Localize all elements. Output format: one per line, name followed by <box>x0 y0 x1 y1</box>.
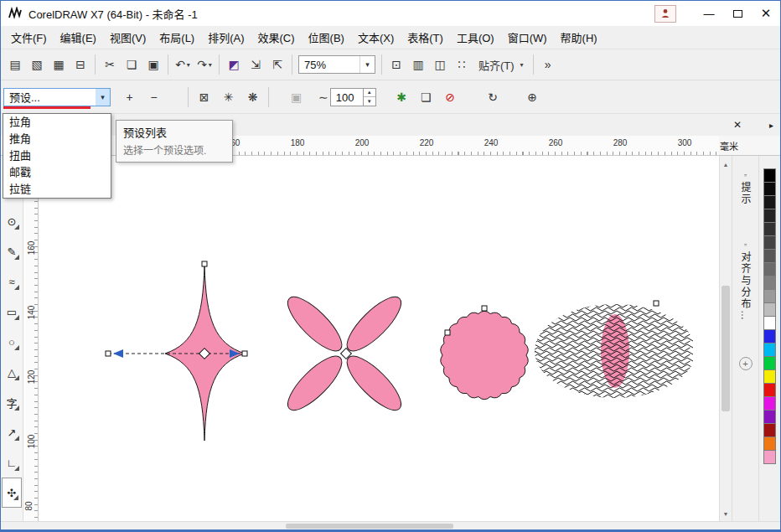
color-swatch-4[interactable] <box>763 222 776 236</box>
zipper-distortion-button[interactable]: ✳ <box>216 86 241 108</box>
menu-bitmaps[interactable]: 位图(B) <box>302 26 351 49</box>
open-button[interactable]: ▧ <box>26 54 48 75</box>
copy-distortion-properties-button[interactable]: ❏ <box>414 86 438 108</box>
handle-square[interactable] <box>202 261 207 266</box>
menu-layout[interactable]: 布局(L) <box>153 26 201 49</box>
color-swatch-2[interactable] <box>763 195 776 209</box>
menu-effects[interactable]: 效果(C) <box>251 26 302 49</box>
color-swatch-11[interactable] <box>763 316 776 330</box>
preset-option-1[interactable]: 推角 <box>3 131 111 147</box>
color-swatch-6[interactable] <box>763 249 776 263</box>
redo-button[interactable]: ↷▾ <box>194 54 215 75</box>
cut-button[interactable]: ✂ <box>99 54 121 75</box>
amplitude-value-spinner[interactable]: 100▲▼ <box>330 88 376 106</box>
freehand-tool[interactable]: ✎ <box>2 236 22 266</box>
show-guidelines-button[interactable]: ◫ <box>429 54 451 75</box>
push-pull-distortion-button[interactable]: ⊠ <box>192 86 216 108</box>
center-distortion-rotate-button[interactable]: ↻ <box>481 86 505 108</box>
distortion-arrow-icon[interactable] <box>113 349 123 358</box>
print-button[interactable]: ⊟ <box>70 54 91 75</box>
maximize-button[interactable] <box>723 1 752 26</box>
close-button[interactable]: ✕ <box>752 1 780 26</box>
convert-to-curves-button[interactable]: ⊕ <box>520 86 545 108</box>
color-swatch-5[interactable] <box>763 235 776 250</box>
color-swatch-15[interactable] <box>763 369 776 384</box>
canvas[interactable] <box>39 156 719 521</box>
application-launcher-button[interactable]: ◩ <box>223 54 245 75</box>
zoom-tool[interactable]: ⊙ <box>2 206 22 236</box>
vertical-ruler[interactable]: 16014012010080 <box>23 156 39 521</box>
ellipse-tool[interactable]: ○ <box>2 327 22 357</box>
undo-button[interactable]: ↶▾ <box>172 54 194 75</box>
delete-preset-button[interactable]: − <box>142 86 166 108</box>
preset-option-4[interactable]: 拉链 <box>3 181 111 198</box>
chevron-down-icon[interactable]: ▾ <box>359 56 375 73</box>
new-distortion-button[interactable]: ✱ <box>390 86 414 108</box>
handle-square[interactable] <box>482 306 487 311</box>
chevron-down-icon[interactable]: ▾ <box>96 89 110 106</box>
preset-option-3[interactable]: 邮戳 <box>3 164 111 181</box>
color-swatch-20[interactable] <box>763 436 776 451</box>
straight-line-connector-tool[interactable]: ∟ <box>2 447 22 478</box>
color-swatch-8[interactable] <box>763 276 776 290</box>
menu-text[interactable]: 文本(X) <box>351 26 401 49</box>
color-swatch-14[interactable] <box>763 356 776 370</box>
show-grid-button[interactable]: ∷ <box>451 54 473 75</box>
zoom-level-combo[interactable]: 75%▾ <box>298 55 375 74</box>
menu-help[interactable]: 帮助(H) <box>554 26 604 49</box>
spin-up-icon[interactable]: ▲ <box>364 89 375 98</box>
copy-button[interactable]: ❏ <box>121 54 142 75</box>
color-swatch-9[interactable] <box>763 289 776 303</box>
docker-tab-hints[interactable]: ▫提示 <box>738 171 753 205</box>
horizontal-scrollbar[interactable] <box>1 521 780 529</box>
scroll-down-icon[interactable]: ▼ <box>720 508 732 519</box>
color-swatch-13[interactable] <box>763 343 776 357</box>
color-swatch-7[interactable] <box>763 262 776 276</box>
docker-tab-align-distribute[interactable]: ▫对齐与分布… <box>738 240 753 322</box>
new-document-button[interactable]: ▤ <box>4 54 26 75</box>
rectangle-tool[interactable]: ▭ <box>2 297 22 327</box>
minimize-button[interactable]: — <box>695 1 723 26</box>
preset-list-combo[interactable]: 预设...▾ <box>3 88 111 106</box>
chevron-down-icon[interactable]: ▾ <box>187 61 190 69</box>
vertical-scrollbar[interactable]: ▲ ▼ <box>719 156 732 521</box>
color-swatch-21[interactable] <box>763 450 776 464</box>
save-button[interactable]: ▦ <box>48 54 70 75</box>
close-document-icon[interactable]: ✕ <box>731 119 744 131</box>
center-distortion-button[interactable]: ▣ <box>284 86 308 108</box>
scalloped-circle-shape[interactable] <box>441 311 529 400</box>
distort-tool[interactable]: ✣ <box>2 478 22 508</box>
twister-distortion-button[interactable]: ❋ <box>241 86 265 108</box>
menu-tools[interactable]: 工具(O) <box>450 26 501 49</box>
chevron-down-icon[interactable]: ▾ <box>209 61 212 69</box>
color-swatch-10[interactable] <box>763 302 776 317</box>
snap-to-button[interactable]: 贴齐(T)▾ <box>473 54 530 75</box>
spin-down-icon[interactable]: ▼ <box>364 97 375 106</box>
color-swatch-18[interactable] <box>763 410 776 424</box>
menu-view[interactable]: 视图(V) <box>103 26 153 49</box>
horizontal-scrollbar-thumb[interactable] <box>286 524 453 529</box>
spinner-buttons[interactable]: ▲▼ <box>363 89 375 106</box>
export-button[interactable]: ⇱ <box>266 54 288 75</box>
artistic-media-tool[interactable]: ≈ <box>2 266 22 297</box>
color-swatch-12[interactable] <box>763 329 776 343</box>
user-account-button[interactable] <box>654 5 676 23</box>
menu-file[interactable]: 文件(F) <box>4 26 54 49</box>
color-swatch-17[interactable] <box>763 396 776 411</box>
menu-table[interactable]: 表格(T) <box>401 26 450 49</box>
handle-square[interactable] <box>242 351 247 356</box>
menu-arrange[interactable]: 排列(A) <box>201 26 251 49</box>
menu-window[interactable]: 窗口(W) <box>501 26 554 49</box>
quick-customize-button[interactable]: + <box>739 357 753 370</box>
text-tool[interactable]: 字 <box>2 387 22 417</box>
color-swatch-19[interactable] <box>763 423 776 437</box>
preset-option-2[interactable]: 扭曲 <box>3 147 111 164</box>
clear-distortion-button[interactable]: ⊘ <box>438 86 463 108</box>
color-swatch-0[interactable] <box>763 168 776 183</box>
scroll-up-icon[interactable]: ▲ <box>720 158 732 170</box>
full-screen-preview-button[interactable]: ⊡ <box>385 54 407 75</box>
parallel-dimension-tool[interactable]: ↗ <box>2 417 22 447</box>
paste-button[interactable]: ▣ <box>142 54 164 75</box>
handle-square[interactable] <box>654 301 659 306</box>
collapse-docker-icon[interactable]: ▸ <box>769 121 773 130</box>
